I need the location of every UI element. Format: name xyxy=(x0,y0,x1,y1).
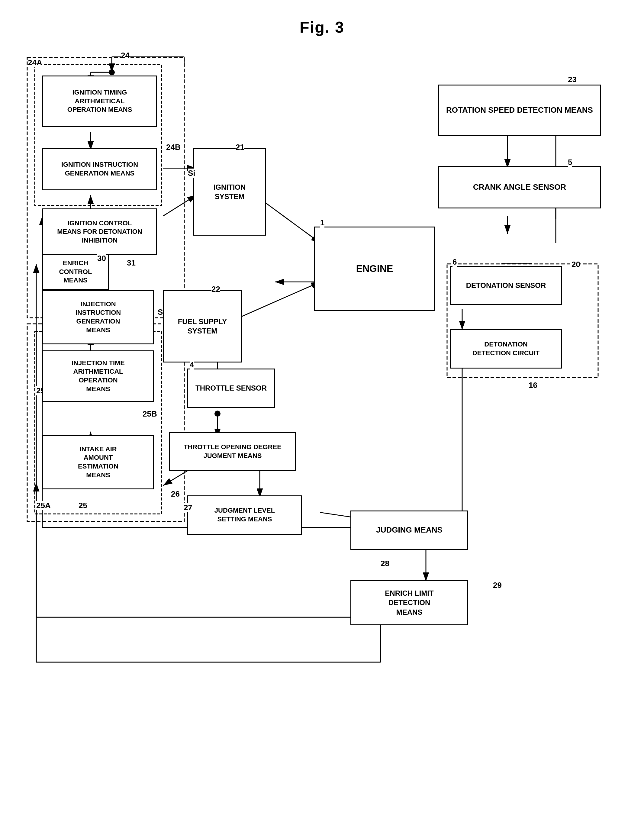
ref-25B: 25B xyxy=(143,409,157,419)
ref-25A: 25A xyxy=(36,501,51,510)
injection-instruction-label: INJECTIONINSTRUCTIONGENERATIONMEANS xyxy=(75,300,121,334)
ref-23: 23 xyxy=(568,75,577,84)
ref-25: 25 xyxy=(78,501,87,510)
detonation-detection-label: DETONATIONDETECTION CIRCUIT xyxy=(472,340,540,357)
throttle-opening-label: THROTTLE OPENING DEGREEJUGMENT MEANS xyxy=(184,443,282,460)
ref-4: 4 xyxy=(190,360,194,369)
detonation-sensor-label: DETONATION SENSOR xyxy=(466,280,546,290)
ignition-system-label: IGNITIONSYSTEM xyxy=(213,182,246,201)
enrich-control-label: ENRICHCONTROLMEANS xyxy=(59,259,92,285)
crank-angle-box: CRANK ANGLE SENSOR xyxy=(438,166,601,208)
si-label: Si xyxy=(188,169,195,178)
ref-24A: 24A xyxy=(28,58,42,67)
svg-line-19 xyxy=(163,195,196,216)
ref-6: 6 xyxy=(452,257,457,267)
judging-means-label: JUDGING MEANS xyxy=(376,525,443,535)
judgment-level-box: JUDGMENT LEVELSETTING MEANS xyxy=(187,495,302,535)
ref-1: 1 xyxy=(320,218,324,227)
intake-air-label: INTAKE AIRAMOUNTESTIMATIONMEANS xyxy=(78,445,118,480)
ref-29: 29 xyxy=(493,581,502,590)
intake-air-box: INTAKE AIRAMOUNTESTIMATIONMEANS xyxy=(42,435,154,489)
throttle-opening-box: THROTTLE OPENING DEGREEJUGMENT MEANS xyxy=(169,432,296,471)
ref-24B: 24B xyxy=(166,142,181,152)
ignition-instruction-label: IGNITION INSTRUCTIONGENERATION MEANS xyxy=(61,161,138,178)
ref-16: 16 xyxy=(529,381,537,390)
ignition-timing-box: IGNITION TIMINGARITHMETICALOPERATION MEA… xyxy=(42,75,157,127)
throttle-sensor-label: THROTTLE SENSOR xyxy=(195,383,267,393)
ignition-control-box: IGNITION CONTROLMEANS FOR DETONATIONINHI… xyxy=(42,208,157,255)
fuel-supply-box: FUEL SUPPLYSYSTEM xyxy=(163,290,242,363)
detonation-sensor-box: DETONATION SENSOR xyxy=(450,266,562,305)
detonation-detection-box: DETONATIONDETECTION CIRCUIT xyxy=(450,329,562,369)
ref-5: 5 xyxy=(568,158,572,167)
injection-time-label: INJECTION TIMEARITHMETICALOPERATIONMEANS xyxy=(72,359,125,393)
ref-22: 22 xyxy=(212,285,220,294)
svg-line-25 xyxy=(239,282,320,318)
svg-point-48 xyxy=(109,69,115,75)
engine-box: ENGINE xyxy=(314,227,435,311)
rotation-speed-label: ROTATION SPEED DETECTION MEANS xyxy=(446,105,593,115)
rotation-speed-box: ROTATION SPEED DETECTION MEANS xyxy=(438,84,601,136)
enrich-limit-label: ENRICH LIMITDETECTIONMEANS xyxy=(385,588,434,617)
ignition-system-box: IGNITIONSYSTEM xyxy=(193,148,266,236)
judgment-level-label: JUDGMENT LEVELSETTING MEANS xyxy=(215,506,275,524)
ref-27: 27 xyxy=(184,503,192,512)
ref-21: 21 xyxy=(236,142,244,152)
crank-angle-label: CRANK ANGLE SENSOR xyxy=(473,182,566,192)
ignition-control-label: IGNITION CONTROLMEANS FOR DETONATIONINHI… xyxy=(57,219,142,245)
ref-26: 26 xyxy=(171,489,180,499)
page-title: Fig. 3 xyxy=(0,0,644,36)
engine-label: ENGINE xyxy=(356,262,393,275)
ref-24: 24 xyxy=(121,51,130,60)
svg-point-28 xyxy=(215,411,221,417)
injection-instruction-box: INJECTIONINSTRUCTIONGENERATIONMEANS xyxy=(42,290,154,345)
ref-31: 31 xyxy=(127,258,136,268)
throttle-sensor-box: THROTTLE SENSOR xyxy=(187,369,275,408)
ref-20: 20 xyxy=(572,260,580,269)
enrich-limit-box: ENRICH LIMITDETECTIONMEANS xyxy=(350,580,468,625)
judging-means-box: JUDGING MEANS xyxy=(350,510,468,550)
ignition-timing-label: IGNITION TIMINGARITHMETICALOPERATION MEA… xyxy=(67,88,132,114)
fuel-supply-label: FUEL SUPPLYSYSTEM xyxy=(178,317,227,335)
injection-time-box: INJECTION TIMEARITHMETICALOPERATIONMEANS xyxy=(42,351,154,402)
ref-30: 30 xyxy=(97,254,106,263)
ignition-instruction-box: IGNITION INSTRUCTIONGENERATION MEANS xyxy=(42,148,157,190)
ref-28: 28 xyxy=(380,559,389,568)
